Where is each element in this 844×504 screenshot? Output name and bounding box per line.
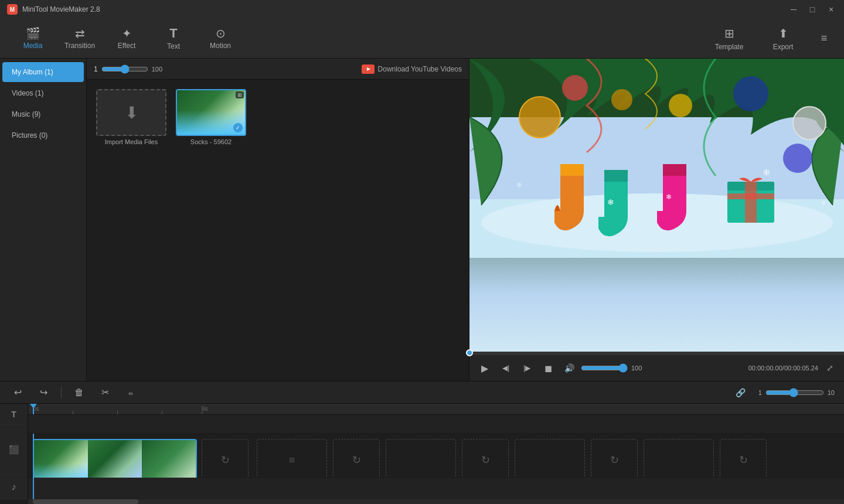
empty-clip-slot-2[interactable] bbox=[386, 439, 456, 481]
split-button[interactable]: ✂ bbox=[97, 384, 113, 401]
svg-point-11 bbox=[669, 94, 692, 117]
crop-button[interactable]: ⏛ bbox=[122, 384, 139, 401]
svg-point-6 bbox=[733, 76, 768, 111]
toolbar-export[interactable]: ⬆ Export bbox=[760, 21, 806, 56]
transition-slot-2[interactable]: ↻ bbox=[333, 439, 380, 481]
timeline-playhead[interactable] bbox=[33, 404, 34, 414]
timeline-zoom-slider[interactable] bbox=[765, 388, 824, 397]
delete-button[interactable]: 🗑 bbox=[71, 384, 87, 401]
volume-value: 100 bbox=[631, 365, 642, 372]
link-button[interactable]: 🔗 bbox=[733, 384, 749, 401]
fullscreen-button[interactable]: ⤢ bbox=[823, 361, 837, 375]
import-card[interactable]: ⬇ Import Media Files bbox=[96, 89, 166, 145]
timeline-content: 0s 6s bbox=[28, 404, 844, 499]
transition-icon-5: ↻ bbox=[739, 454, 748, 466]
effect-label: Effect bbox=[118, 42, 135, 50]
close-button[interactable]: × bbox=[823, 1, 839, 18]
video-card[interactable]: ⊞ ✓ Socks - 59602 bbox=[176, 89, 246, 145]
sidebar-item-myalbum[interactable]: My Album (1) bbox=[2, 62, 84, 82]
import-icon: ⬇ bbox=[125, 103, 138, 122]
playhead-arrow bbox=[30, 404, 37, 408]
timeline-area: ↩ ↪ 🗑 ✂ ⏛ 🔗 1 10 T ⬛ ♪ bbox=[0, 381, 844, 504]
preview-canvas: ❄ ❄ bbox=[469, 59, 844, 352]
corner-badge: ⊞ bbox=[236, 91, 244, 98]
scrollbar-thumb[interactable] bbox=[33, 499, 138, 504]
zoom-min-label: 1 bbox=[94, 65, 98, 73]
toolbar-text[interactable]: T Text bbox=[150, 21, 197, 56]
volume-slider[interactable] bbox=[581, 363, 628, 373]
volume-control: 🔊 100 bbox=[561, 360, 642, 376]
empty-clip-slot-4[interactable] bbox=[644, 439, 714, 481]
transition-slot-5[interactable]: ↻ bbox=[720, 439, 767, 481]
text-icon: T bbox=[169, 27, 177, 40]
motion-label: Motion bbox=[210, 42, 231, 50]
svg-text:❄: ❄ bbox=[763, 168, 770, 178]
import-label: Import Media Files bbox=[105, 138, 158, 145]
undo-button[interactable]: ↩ bbox=[9, 384, 26, 401]
timeline-video-clip[interactable] bbox=[33, 439, 197, 481]
toolbar-divider bbox=[61, 387, 62, 399]
redo-button[interactable]: ↪ bbox=[35, 384, 52, 401]
ruler-mark-6s: 6s bbox=[202, 404, 208, 414]
sidebar-item-music[interactable]: Music (9) bbox=[2, 104, 84, 124]
horizontal-scrollbar[interactable] bbox=[28, 499, 844, 504]
svg-point-9 bbox=[562, 75, 588, 101]
preview-svg: ❄ ❄ bbox=[469, 59, 844, 258]
preview-controls: ▶ ◀| |▶ ◼ 🔊 100 00:00:00.00/00:00:05.24 … bbox=[469, 355, 844, 381]
text-track-row bbox=[28, 415, 844, 434]
transition-slot-1[interactable]: ↻ bbox=[202, 439, 249, 481]
sidebar-item-videos[interactable]: Videos (1) bbox=[2, 83, 84, 103]
minimize-button[interactable]: ─ bbox=[785, 1, 802, 18]
track-labels: T ⬛ ♪ bbox=[0, 404, 28, 499]
yt-download-button[interactable]: Download YouTube Videos bbox=[362, 64, 462, 74]
toolbar-transition[interactable]: ⇄ Transition bbox=[56, 21, 103, 56]
svg-text:❄: ❄ bbox=[607, 197, 614, 207]
ruler-tick-4s bbox=[162, 411, 162, 414]
motion-icon: ⊙ bbox=[216, 28, 226, 39]
youtube-icon bbox=[362, 64, 375, 74]
play-button[interactable]: ▶ bbox=[477, 360, 493, 376]
svg-text:❄: ❄ bbox=[821, 200, 826, 206]
transition-slot-3[interactable]: ↻ bbox=[462, 439, 509, 481]
svg-point-12 bbox=[611, 89, 632, 110]
clip-frame-3 bbox=[142, 440, 196, 480]
effect-icon: ✦ bbox=[122, 28, 132, 39]
stop-button[interactable]: ◼ bbox=[540, 360, 556, 376]
ruler-tick-1s bbox=[73, 411, 73, 414]
empty-clip-slot-3[interactable] bbox=[515, 439, 585, 481]
step-fwd-button[interactable]: |▶ bbox=[519, 360, 535, 376]
svg-point-10 bbox=[783, 144, 812, 173]
svg-text:❄: ❄ bbox=[666, 193, 672, 201]
yt-download-label: Download YouTube Videos bbox=[378, 65, 462, 73]
audio-track-icon: ♪ bbox=[12, 482, 16, 492]
transition-slot-4[interactable]: ↻ bbox=[591, 439, 638, 481]
media-grid: ⬇ Import Media Files ⊞ ✓ Socks - 59602 bbox=[87, 80, 469, 381]
transition-icon-4: ↻ bbox=[610, 454, 619, 466]
sidebar-item-pictures[interactable]: Pictures (0) bbox=[2, 125, 84, 145]
sidebar: My Album (1) Videos (1) Music (9) Pictur… bbox=[0, 59, 87, 381]
step-back-button[interactable]: ◀| bbox=[498, 360, 514, 376]
maximize-button[interactable]: □ bbox=[804, 1, 821, 18]
menu-button[interactable]: ≡ bbox=[814, 28, 835, 49]
preview-progress-bar-container[interactable] bbox=[469, 352, 844, 355]
toolbar-media[interactable]: 🎬 Media bbox=[9, 21, 56, 56]
timeline-main: T ⬛ ♪ 0s 6s bbox=[0, 404, 844, 499]
toolbar: 🎬 Media ⇄ Transition ✦ Effect T Text ⊙ M… bbox=[0, 19, 844, 59]
clip-frame-2 bbox=[88, 440, 142, 480]
timeline-ruler: 0s 6s bbox=[28, 404, 844, 415]
text-track-label: T bbox=[0, 404, 28, 425]
titlebar: M MiniTool MovieMaker 2.8 ─ □ × bbox=[0, 0, 844, 19]
preview-panel: ❄ ❄ bbox=[469, 59, 844, 381]
window-controls: ─ □ × bbox=[785, 0, 839, 19]
clip-frame-1 bbox=[34, 440, 88, 480]
preview-progress-handle[interactable] bbox=[466, 349, 473, 356]
video-label: Socks - 59602 bbox=[190, 138, 232, 145]
app-icon: M bbox=[7, 4, 18, 15]
toolbar-effect[interactable]: ✦ Effect bbox=[103, 21, 150, 56]
toolbar-template[interactable]: ⊞ Template bbox=[706, 21, 753, 56]
media-icon: 🎬 bbox=[26, 28, 40, 39]
toolbar-motion[interactable]: ⊙ Motion bbox=[197, 21, 244, 56]
media-label: Media bbox=[23, 42, 43, 50]
zoom-slider[interactable] bbox=[101, 64, 148, 74]
empty-clip-slot-1[interactable]: ⊞ bbox=[257, 439, 327, 481]
